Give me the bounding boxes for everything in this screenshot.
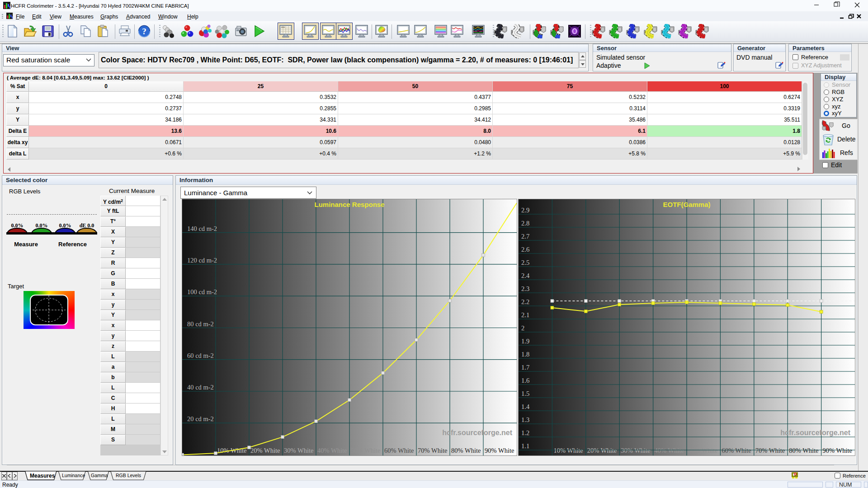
svg-text:20% White: 20% White — [250, 447, 280, 454]
svg-text:50% White: 50% White — [688, 447, 717, 454]
svg-text:90% White: 90% White — [485, 447, 514, 454]
svg-text:2.2: 2.2 — [521, 298, 529, 305]
svg-text:EOTF(Gamma): EOTF(Gamma) — [663, 201, 710, 208]
svg-text:40% White: 40% White — [317, 447, 347, 454]
svg-text:1.8: 1.8 — [521, 351, 529, 358]
svg-text:30% White: 30% White — [284, 447, 313, 454]
svg-text:Luminance Response: Luminance Response — [314, 201, 384, 208]
svg-text:40 cd m-2: 40 cd m-2 — [187, 384, 214, 391]
svg-text:10% White: 10% White — [553, 447, 583, 454]
svg-text:20 cd m-2: 20 cd m-2 — [187, 415, 214, 422]
svg-text:70% White: 70% White — [755, 447, 785, 454]
svg-text:Measures: Measures — [30, 473, 55, 479]
svg-text:2.4: 2.4 — [521, 272, 530, 279]
svg-text:2.7: 2.7 — [521, 233, 529, 240]
svg-text:2.5: 2.5 — [521, 259, 529, 266]
svg-text:60 cd m-2: 60 cd m-2 — [187, 352, 214, 359]
svg-text:1.4: 1.4 — [521, 403, 530, 410]
svg-text:Luminance: Luminance — [62, 473, 85, 478]
svg-text:120 cd m-2: 120 cd m-2 — [187, 257, 217, 264]
svg-text:2.8: 2.8 — [521, 220, 529, 227]
svg-text:70% White: 70% White — [418, 447, 447, 454]
svg-text:1.2: 1.2 — [521, 429, 529, 436]
svg-text:2.9: 2.9 — [521, 206, 529, 214]
svg-text:80% White: 80% White — [451, 447, 481, 454]
svg-text:140 cd m-2: 140 cd m-2 — [187, 225, 217, 232]
svg-text:1.5: 1.5 — [521, 390, 529, 397]
svg-text:50% White: 50% White — [351, 447, 380, 454]
svg-text:1.1: 1.1 — [521, 442, 529, 450]
svg-text:80% White: 80% White — [789, 447, 818, 454]
svg-text:60% White: 60% White — [384, 447, 414, 454]
svg-text:?: ? — [142, 27, 146, 36]
svg-text:1.7: 1.7 — [521, 364, 529, 371]
svg-text:100 cd m-2: 100 cd m-2 — [187, 288, 217, 296]
svg-text:2: 2 — [521, 324, 524, 332]
svg-text:30% White: 30% White — [621, 447, 650, 454]
svg-text:60% White: 60% White — [722, 447, 751, 454]
svg-text:1.3: 1.3 — [521, 416, 529, 423]
svg-text:hcfr.sourceforge.net: hcfr.sourceforge.net — [780, 429, 850, 436]
svg-text:hcfr.sourceforge.net: hcfr.sourceforge.net — [442, 429, 512, 436]
svg-text:1.6: 1.6 — [521, 377, 529, 384]
svg-text:2.3: 2.3 — [521, 285, 529, 292]
svg-text:2.1: 2.1 — [521, 311, 529, 319]
svg-text:80 cd m-2: 80 cd m-2 — [187, 320, 214, 328]
svg-text:20% White: 20% White — [587, 447, 617, 454]
svg-text:1.9: 1.9 — [521, 338, 529, 345]
svg-text:40% White: 40% White — [655, 447, 684, 454]
svg-text:Gamma: Gamma — [91, 473, 108, 478]
svg-text:90% White: 90% White — [823, 447, 852, 454]
svg-text:RGB Levels: RGB Levels — [116, 473, 141, 478]
svg-text:2.6: 2.6 — [521, 246, 529, 253]
